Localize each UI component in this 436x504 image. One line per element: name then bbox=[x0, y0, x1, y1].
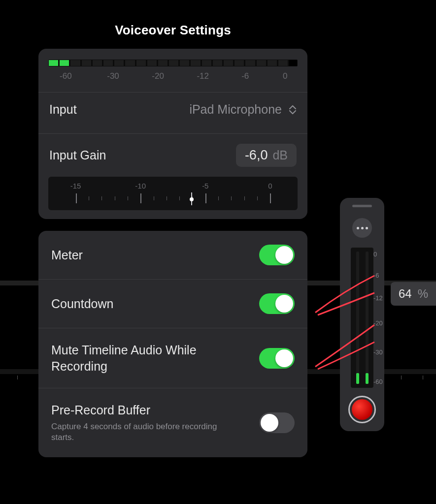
input-gain-value-field[interactable]: -6,0 dB bbox=[236, 144, 297, 167]
meter-row: Meter bbox=[38, 231, 307, 280]
input-gain-row: Input Gain -6,0 dB bbox=[38, 134, 307, 177]
toggle-knob bbox=[275, 349, 293, 367]
gain-slider-track[interactable] bbox=[57, 192, 289, 205]
input-section: -60 -30 -20 -12 -6 0 Input iPad Micropho… bbox=[38, 49, 307, 219]
mute-timeline-audio-toggle[interactable] bbox=[259, 348, 295, 369]
mute-timeline-audio-row: Mute Timeline Audio While Recording bbox=[38, 328, 307, 388]
input-device-row[interactable]: Input iPad Microphone bbox=[38, 93, 307, 126]
pre-record-buffer-toggle[interactable] bbox=[259, 412, 295, 433]
meter-toggle[interactable] bbox=[259, 245, 295, 265]
vmeter-tick-label: -12 bbox=[373, 294, 383, 302]
countdown-label: Countdown bbox=[51, 296, 113, 312]
pre-record-buffer-row: Pre-Record BufferCapture 4 seconds of au… bbox=[38, 388, 307, 457]
meter-label: Meter bbox=[51, 247, 83, 263]
gain-slider-thumb[interactable] bbox=[190, 197, 194, 201]
recorder-pane: 0-6-12-20-30-60 bbox=[340, 198, 384, 431]
more-button[interactable] bbox=[352, 218, 372, 238]
zoom-display[interactable]: 64 % bbox=[391, 282, 436, 306]
up-down-chevron-icon bbox=[289, 105, 297, 115]
toggle-knob bbox=[275, 246, 293, 264]
ellipsis-icon bbox=[357, 227, 359, 229]
options-section: MeterCountdownMute Timeline Audio While … bbox=[38, 231, 307, 457]
vmeter-tick-label: -30 bbox=[373, 348, 383, 356]
toggle-knob bbox=[275, 295, 293, 313]
level-meter-ticks: -60 -30 -20 -12 -6 0 bbox=[48, 71, 298, 82]
input-gain-value: -6,0 bbox=[245, 148, 268, 163]
input-gain-label: Input Gain bbox=[49, 148, 106, 162]
input-gain-unit: dB bbox=[272, 148, 288, 162]
countdown-row: Countdown bbox=[38, 280, 307, 328]
toggle-knob bbox=[261, 414, 278, 432]
vmeter-tick-label: -60 bbox=[373, 378, 383, 385]
zoom-unit: % bbox=[418, 287, 428, 301]
vmeter-tick-label: -6 bbox=[373, 272, 379, 279]
vmeter-tick-label: -20 bbox=[373, 319, 383, 327]
panel-title: Voiceover Settings bbox=[38, 23, 307, 38]
record-button[interactable] bbox=[348, 396, 376, 423]
input-label: Input bbox=[49, 102, 77, 117]
pre-record-buffer-label: Pre-Record BufferCapture 4 seconds of au… bbox=[51, 402, 229, 443]
vertical-level-meter: 0-6-12-20-30-60 bbox=[351, 248, 373, 388]
zoom-value: 64 bbox=[399, 287, 412, 301]
input-meter: -60 -30 -20 -12 -6 0 bbox=[38, 49, 307, 85]
input-device-selector[interactable]: iPad Microphone bbox=[189, 102, 297, 117]
drag-handle[interactable] bbox=[352, 205, 372, 207]
input-device-value: iPad Microphone bbox=[189, 102, 282, 117]
voiceover-settings-panel: Voiceover Settings -60 -30 -20 -12 -6 0 bbox=[30, 11, 316, 466]
input-gain-slider[interactable]: -15 -10 -5 0 bbox=[48, 177, 298, 210]
pre-record-buffer-description: Capture 4 seconds of audio before record… bbox=[51, 421, 229, 444]
record-icon bbox=[352, 399, 372, 420]
countdown-toggle[interactable] bbox=[259, 293, 295, 314]
level-meter-bar bbox=[48, 60, 298, 66]
vmeter-tick-label: 0 bbox=[373, 251, 377, 258]
mute-timeline-audio-label: Mute Timeline Audio While Recording bbox=[51, 342, 229, 374]
